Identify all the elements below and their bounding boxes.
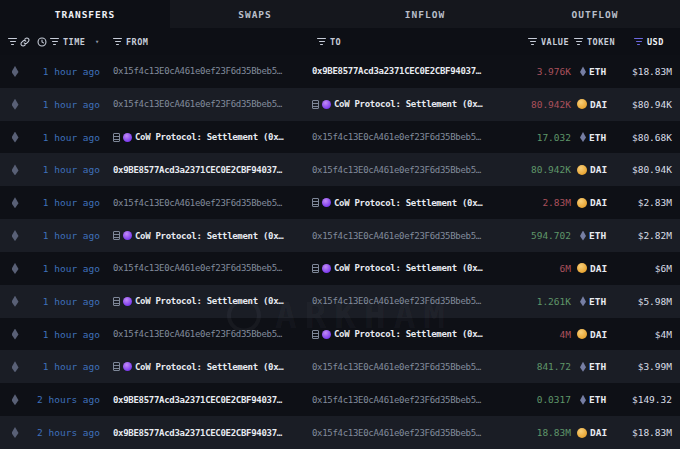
- token-link[interactable]: DAI: [575, 329, 615, 340]
- to-cell: 0x15f4c13E0cA461e0ef23F6d35Bbeb5…: [304, 132, 500, 142]
- usd-cell: $4M: [615, 329, 680, 340]
- tab-transfers[interactable]: TRANSFERS: [0, 0, 170, 28]
- time-link[interactable]: 1 hour ago: [30, 66, 105, 77]
- usd-cell: $3.99M: [615, 361, 680, 372]
- token-link[interactable]: DAI: [575, 263, 615, 274]
- chain-cell: [0, 164, 30, 175]
- time-filter-icon[interactable]: [50, 28, 59, 55]
- table-row[interactable]: 1 hour ago CoW Protocol: Settlement (0x……: [0, 350, 680, 383]
- cow-protocol-icon: [322, 198, 331, 207]
- address-link[interactable]: 0x15f4c13E0cA461e0ef23F6d35Bbeb5…: [113, 263, 282, 273]
- cow-protocol-icon: [123, 231, 132, 240]
- address-link[interactable]: 0x15f4c13E0cA461e0ef23F6d35Bbeb5…: [312, 395, 481, 405]
- address-link[interactable]: 0x15f4c13E0cA461e0ef23F6d35Bbeb5…: [113, 198, 282, 208]
- time-link[interactable]: 2 hours ago: [30, 394, 105, 405]
- address-link[interactable]: 0x9BE8577Acd3a2371CEC0E2CBF94037…: [113, 165, 282, 175]
- address-link[interactable]: 0x15f4c13E0cA461e0ef23F6d35Bbeb5…: [113, 99, 282, 109]
- entity-link[interactable]: CoW Protocol: Settlement (0x…: [135, 296, 283, 306]
- table-row[interactable]: 1 hour ago 0x15f4c13E0cA461e0ef23F6d35Bb…: [0, 318, 680, 351]
- address-link[interactable]: 0x9BE8577Acd3a2371CEC0E2CBF94037…: [312, 66, 481, 76]
- token-link[interactable]: ETH: [575, 132, 615, 143]
- time-link[interactable]: 1 hour ago: [30, 329, 105, 340]
- column-header-value[interactable]: VALUE: [541, 28, 569, 55]
- table-row[interactable]: 1 hour ago 0x15f4c13E0cA461e0ef23F6d35Bb…: [0, 186, 680, 219]
- address-link[interactable]: 0x9BE8577Acd3a2371CEC0E2CBF94037…: [113, 395, 282, 405]
- entity-link[interactable]: CoW Protocol: Settlement (0x…: [135, 362, 283, 372]
- chain-cell: [0, 427, 30, 438]
- address-link[interactable]: 0x15f4c13E0cA461e0ef23F6d35Bbeb5…: [113, 66, 282, 76]
- address-link[interactable]: 0x15f4c13E0cA461e0ef23F6d35Bbeb5…: [312, 296, 481, 306]
- token-link[interactable]: DAI: [575, 99, 615, 110]
- table-row[interactable]: 1 hour ago CoW Protocol: Settlement (0x……: [0, 285, 680, 318]
- chain-cell: [0, 230, 30, 241]
- time-link[interactable]: 1 hour ago: [30, 263, 105, 274]
- token-icon: [577, 329, 587, 339]
- address-link[interactable]: 0x15f4c13E0cA461e0ef23F6d35Bbeb5…: [312, 165, 481, 175]
- ethereum-chain-icon: [12, 427, 19, 438]
- entity-link[interactable]: CoW Protocol: Settlement (0x…: [135, 132, 283, 142]
- time-link[interactable]: 1 hour ago: [30, 361, 105, 372]
- time-link[interactable]: 1 hour ago: [30, 296, 105, 307]
- address-link[interactable]: 0x15f4c13E0cA461e0ef23F6d35Bbeb5…: [312, 132, 481, 142]
- column-header-to[interactable]: TO: [330, 28, 341, 55]
- token-symbol: ETH: [589, 394, 606, 405]
- address-link[interactable]: 0x15f4c13E0cA461e0ef23F6d35Bbeb5…: [312, 231, 481, 241]
- token-link[interactable]: ETH: [575, 66, 615, 77]
- address-link[interactable]: 0x15f4c13E0cA461e0ef23F6d35Bbeb5…: [113, 329, 282, 339]
- token-link[interactable]: ETH: [575, 394, 615, 405]
- tab-inflow[interactable]: INFLOW: [340, 0, 510, 28]
- table-row[interactable]: 2 hours ago 0x9BE8577Acd3a2371CEC0E2CBF9…: [0, 383, 680, 416]
- table-row[interactable]: 1 hour ago 0x15f4c13E0cA461e0ef23F6d35Bb…: [0, 252, 680, 285]
- usd-sort-icon[interactable]: [634, 28, 643, 55]
- ethereum-chain-icon: [12, 197, 19, 208]
- token-filter-icon[interactable]: [574, 28, 583, 55]
- token-icon: [577, 263, 587, 273]
- link-icon[interactable]: [20, 28, 30, 55]
- time-link[interactable]: 2 hours ago: [30, 427, 105, 438]
- tab-outflow[interactable]: OUTFLOW: [510, 0, 680, 28]
- token-link[interactable]: ETH: [575, 361, 615, 372]
- tab-swaps[interactable]: SWAPS: [170, 0, 340, 28]
- clock-icon[interactable]: [37, 28, 47, 55]
- contract-doc-icon: [113, 231, 120, 240]
- global-filter-icon[interactable]: [8, 28, 17, 55]
- chevron-down-icon[interactable]: ▾: [95, 28, 99, 55]
- address-link[interactable]: 0x15f4c13E0cA461e0ef23F6d35Bbeb5…: [312, 428, 481, 438]
- token-icon: [580, 362, 586, 372]
- column-header-token[interactable]: TOKEN: [587, 28, 615, 55]
- cow-protocol-icon: [123, 362, 132, 371]
- entity-link[interactable]: CoW Protocol: Settlement (0x…: [334, 329, 482, 339]
- token-link[interactable]: DAI: [575, 164, 615, 175]
- entity-link[interactable]: CoW Protocol: Settlement (0x…: [334, 198, 482, 208]
- to-filter-icon[interactable]: [317, 28, 326, 55]
- cow-protocol-icon: [322, 264, 331, 273]
- time-link[interactable]: 1 hour ago: [30, 197, 105, 208]
- column-header-time[interactable]: TIME: [63, 28, 85, 55]
- table-row[interactable]: 2 hours ago 0x9BE8577Acd3a2371CEC0E2CBF9…: [0, 416, 680, 449]
- time-link[interactable]: 1 hour ago: [30, 230, 105, 241]
- column-header-from[interactable]: FROM: [126, 28, 148, 55]
- entity-link[interactable]: CoW Protocol: Settlement (0x…: [334, 263, 482, 273]
- entity-link[interactable]: CoW Protocol: Settlement (0x…: [334, 99, 482, 109]
- from-cell: 0x15f4c13E0cA461e0ef23F6d35Bbeb5…: [105, 263, 304, 273]
- from-filter-icon[interactable]: [113, 28, 122, 55]
- table-row[interactable]: 1 hour ago 0x9BE8577Acd3a2371CEC0E2CBF94…: [0, 153, 680, 186]
- token-link[interactable]: DAI: [575, 427, 615, 438]
- address-link[interactable]: 0x9BE8577Acd3a2371CEC0E2CBF94037…: [113, 428, 282, 438]
- token-link[interactable]: DAI: [575, 197, 615, 208]
- column-header-usd[interactable]: USD: [647, 28, 664, 55]
- token-link[interactable]: ETH: [575, 296, 615, 307]
- value-filter-icon[interactable]: [528, 28, 537, 55]
- table-row[interactable]: 1 hour ago 0x15f4c13E0cA461e0ef23F6d35Bb…: [0, 55, 680, 88]
- token-symbol: DAI: [590, 99, 607, 110]
- entity-link[interactable]: CoW Protocol: Settlement (0x…: [135, 231, 283, 241]
- time-link[interactable]: 1 hour ago: [30, 164, 105, 175]
- token-link[interactable]: ETH: [575, 230, 615, 241]
- table-row[interactable]: 1 hour ago CoW Protocol: Settlement (0x……: [0, 219, 680, 252]
- token-symbol: DAI: [590, 427, 607, 438]
- time-link[interactable]: 1 hour ago: [30, 132, 105, 143]
- table-row[interactable]: 1 hour ago 0x15f4c13E0cA461e0ef23F6d35Bb…: [0, 88, 680, 121]
- table-row[interactable]: 1 hour ago CoW Protocol: Settlement (0x……: [0, 121, 680, 154]
- time-link[interactable]: 1 hour ago: [30, 99, 105, 110]
- address-link[interactable]: 0x15f4c13E0cA461e0ef23F6d35Bbeb5…: [312, 362, 481, 372]
